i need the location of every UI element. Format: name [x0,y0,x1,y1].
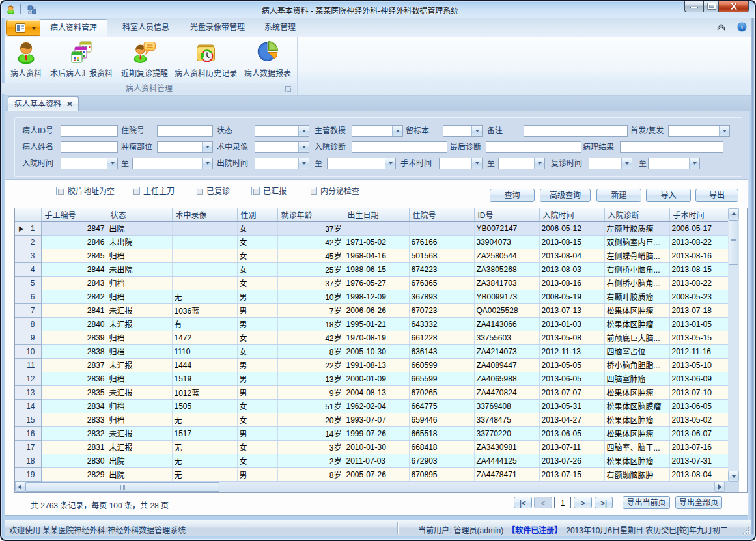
svg-text:i: i [741,23,743,31]
